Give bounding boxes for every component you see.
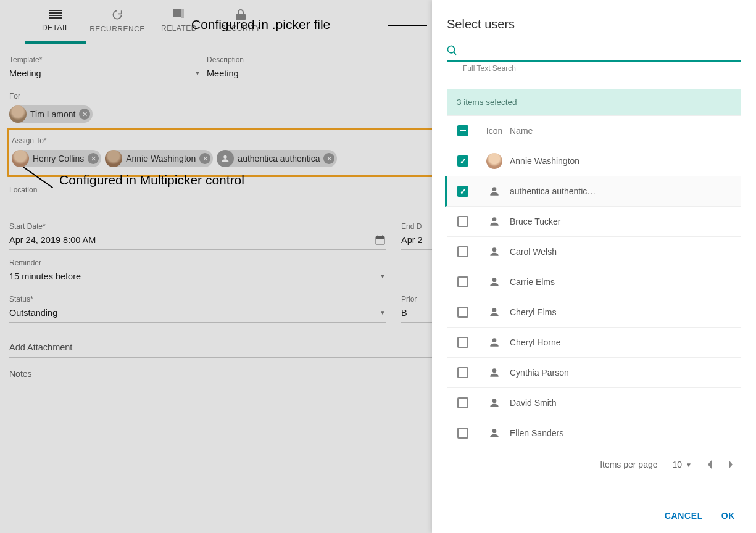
user-checkbox[interactable]: [457, 276, 468, 287]
search-icon: [447, 45, 457, 56]
svg-rect-0: [173, 9, 181, 17]
person-icon: [488, 336, 501, 349]
chip-label: authentica authentica: [238, 154, 320, 163]
select-all-checkbox[interactable]: [457, 125, 468, 136]
search-input[interactable]: [457, 43, 741, 58]
user-row[interactable]: David Smith: [447, 388, 741, 418]
calendar-icon[interactable]: [375, 234, 386, 246]
next-page-icon[interactable]: [728, 460, 734, 469]
user-name: Ellen Sanders: [510, 428, 741, 438]
avatar: [105, 150, 122, 167]
prev-page-icon[interactable]: [707, 460, 713, 469]
tab-recurrence[interactable]: RECURRENCE: [86, 0, 148, 44]
search-field[interactable]: [447, 43, 741, 62]
user-checkbox[interactable]: [457, 246, 468, 257]
tab-recurrence-label: RECURRENCE: [89, 25, 145, 33]
user-row[interactable]: Ellen Sanders: [447, 418, 741, 448]
template-label: Template*: [9, 56, 201, 64]
picker-title: Select users: [432, 0, 756, 43]
svg-rect-2: [181, 12, 184, 15]
close-icon[interactable]: ✕: [323, 153, 334, 164]
select-users-panel: Select users Full Text Search 3 items se…: [432, 0, 756, 533]
chevron-down-icon: ▼: [380, 306, 386, 320]
user-row[interactable]: Cheryl Horne: [447, 328, 741, 358]
user-checkbox[interactable]: [457, 337, 468, 348]
status-label: Status*: [9, 295, 386, 304]
tab-detail-label: DETAIL: [42, 23, 69, 32]
end-date-field[interactable]: End D Apr 2: [401, 218, 432, 250]
priority-label: Prior: [401, 295, 432, 304]
start-date-value: Apr 24, 2019 8:00 AM: [9, 233, 96, 247]
user-row[interactable]: Carrie Elms: [447, 267, 741, 297]
close-icon[interactable]: ✕: [79, 109, 90, 120]
status-field[interactable]: Status* Outstanding▼: [9, 291, 386, 323]
user-checkbox[interactable]: [457, 397, 468, 408]
person-icon: [488, 185, 501, 197]
user-row[interactable]: Annie Washington: [447, 146, 741, 176]
chip-label: Tim Lamont: [30, 109, 75, 119]
detail-icon: [49, 10, 62, 20]
chip-label: Annie Washington: [126, 154, 196, 163]
user-checkbox[interactable]: [457, 216, 468, 227]
annotation-multipicker: Configured in Multipicker control: [59, 173, 244, 188]
person-icon: [217, 150, 234, 167]
user-name: Carrie Elms: [510, 277, 741, 287]
user-checkbox[interactable]: [457, 186, 468, 197]
header-icon: Icon: [479, 126, 510, 136]
chevron-down-icon: ▼: [380, 270, 386, 283]
selected-count-banner: 3 items selected: [447, 89, 741, 115]
user-checkbox[interactable]: [457, 367, 468, 378]
status-value: Outstanding: [9, 306, 57, 320]
priority-value: B: [401, 306, 407, 320]
person-icon: [488, 306, 501, 318]
user-row[interactable]: Cheryl Elms: [447, 297, 741, 328]
start-date-field[interactable]: Start Date* Apr 24, 2019 8:00 AM: [9, 218, 386, 250]
user-name: Cheryl Elms: [510, 307, 741, 317]
annotation-picker-file: Configured in .picker file: [191, 17, 330, 32]
user-name: Cheryl Horne: [510, 337, 741, 347]
assign-chip[interactable]: authentica authentica ✕: [217, 150, 337, 167]
items-per-page-label: Items per page: [600, 460, 657, 469]
assign-chip[interactable]: Annie Washington ✕: [105, 150, 213, 167]
reminder-field[interactable]: Reminder 15 minutes before▼: [9, 255, 386, 286]
svg-rect-3: [181, 15, 184, 18]
svg-rect-1: [181, 9, 184, 12]
user-checkbox[interactable]: [457, 428, 468, 439]
template-value: Meeting: [9, 67, 41, 80]
end-date-value: Apr 2: [401, 233, 423, 247]
search-hint: Full Text Search: [447, 64, 741, 73]
items-per-page-select[interactable]: 10 ▼: [673, 460, 692, 469]
person-icon: [488, 366, 501, 379]
user-name: Bruce Tucker: [510, 217, 741, 226]
header-name: Name: [510, 126, 741, 136]
person-icon: [488, 215, 501, 228]
close-icon[interactable]: ✕: [199, 153, 210, 164]
user-row[interactable]: Carol Welsh: [447, 237, 741, 267]
user-name: David Smith: [510, 398, 741, 408]
user-row[interactable]: Cynthia Parson: [447, 358, 741, 388]
person-icon: [488, 427, 501, 439]
user-name: Annie Washington: [510, 156, 741, 166]
user-row[interactable]: authentica authentic…: [445, 176, 741, 207]
priority-field[interactable]: Prior B: [401, 291, 432, 323]
pager: Items per page 10 ▼: [432, 448, 756, 469]
user-row[interactable]: Bruce Tucker: [447, 207, 741, 237]
description-field[interactable]: Description Meeting: [207, 52, 398, 83]
cancel-button[interactable]: CANCEL: [665, 511, 703, 521]
user-checkbox[interactable]: [457, 307, 468, 318]
user-name: Cynthia Parson: [510, 368, 741, 378]
tab-detail[interactable]: DETAIL: [25, 0, 86, 44]
user-checkbox[interactable]: [457, 155, 468, 167]
person-icon: [488, 246, 501, 258]
for-chip[interactable]: Tim Lamont ✕: [9, 105, 93, 123]
template-field[interactable]: Template* Meeting▼: [9, 52, 201, 83]
avatar: [486, 153, 502, 169]
items-per-page-value: 10: [673, 460, 683, 469]
ok-button[interactable]: OK: [721, 511, 735, 521]
end-date-label: End D: [401, 222, 432, 231]
assign-chip[interactable]: Henry Collins ✕: [12, 150, 101, 167]
description-label: Description: [207, 56, 398, 64]
close-icon[interactable]: ✕: [88, 153, 99, 164]
description-value: Meeting: [207, 67, 239, 80]
reminder-label: Reminder: [9, 258, 386, 267]
